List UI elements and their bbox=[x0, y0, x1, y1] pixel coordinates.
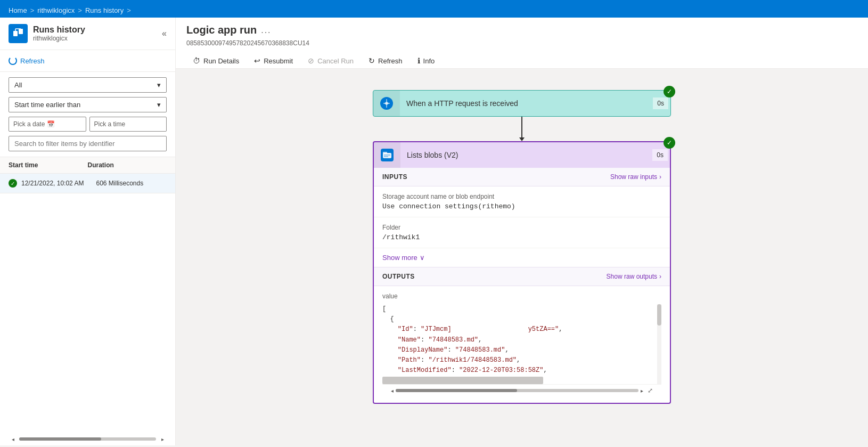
sidebar-app-icon bbox=[9, 24, 28, 43]
sidebar: Runs history rithwiklogicx « Refresh All… bbox=[0, 18, 176, 445]
storage-account-label: Storage account name or blob endpoint bbox=[382, 193, 661, 200]
chevron-right-icon: › bbox=[659, 173, 661, 181]
svg-rect-8 bbox=[383, 152, 387, 154]
breadcrumb-app[interactable]: rithwiklogicx bbox=[37, 6, 75, 14]
col-start-time-header: Start time bbox=[9, 161, 88, 169]
blob-storage-icon bbox=[381, 149, 394, 161]
expand-icon[interactable]: ⤢ bbox=[648, 387, 653, 394]
sidebar-header: Runs history rithwiklogicx « bbox=[0, 18, 175, 50]
scroll-track bbox=[19, 437, 156, 441]
blob-node[interactable]: Lists blobs (V2) 0s ✓ INPUTS Show raw in… bbox=[373, 141, 671, 404]
toolbar-refresh-button[interactable]: ↻ Refresh bbox=[362, 53, 409, 68]
runs-list-header: Start time Duration bbox=[0, 157, 175, 174]
run-id: 085853000974957820245670368838CU14 bbox=[186, 39, 857, 47]
http-node-label: When a HTTP request is received bbox=[400, 93, 653, 114]
scroll-right-icon[interactable]: ▸ bbox=[641, 388, 643, 394]
blob-node-header[interactable]: Lists blobs (V2) 0s bbox=[373, 141, 671, 168]
show-more-button[interactable]: Show more ∨ bbox=[374, 248, 433, 267]
blob-node-success-icon: ✓ bbox=[664, 137, 675, 149]
breadcrumb-runs[interactable]: Runs history bbox=[85, 6, 124, 14]
json-line-8: "Size": 1302 bbox=[382, 377, 543, 384]
toolbar-refresh-label: Refresh bbox=[378, 57, 403, 65]
inputs-section-header: INPUTS Show raw inputs › bbox=[374, 168, 670, 186]
run-status-succeeded-icon: ✓ bbox=[9, 179, 17, 188]
breadcrumb-sep-3: > bbox=[127, 6, 131, 14]
output-horiz-track bbox=[396, 389, 638, 392]
scroll-thumb bbox=[19, 437, 101, 441]
output-scroll-thumb bbox=[657, 304, 661, 326]
run-item[interactable]: ✓ 12/21/2022, 10:02 AM 606 Milliseconds bbox=[0, 174, 175, 193]
resubmit-label: Resubmit bbox=[264, 57, 293, 65]
http-node[interactable]: When a HTTP request is received 0s ✓ bbox=[373, 90, 671, 117]
time-filter-dropdown[interactable]: Start time earlier than ▾ bbox=[9, 97, 167, 112]
json-line-7: "LastModified": "2022-12-20T03:58:58Z", bbox=[382, 365, 651, 376]
output-bottom-bar: ◂ ▸ ⤢ bbox=[382, 384, 661, 396]
sidebar-refresh-section: Refresh bbox=[0, 50, 175, 72]
all-filter-dropdown[interactable]: All ▾ bbox=[9, 77, 167, 93]
json-line-3: "Id": "JTJmcm] y5tZA==", bbox=[382, 324, 651, 335]
search-input[interactable] bbox=[9, 136, 167, 151]
outputs-section: OUTPUTS Show raw outputs › value [ bbox=[374, 267, 670, 403]
outputs-section-title: OUTPUTS bbox=[382, 273, 415, 280]
blob-node-body: INPUTS Show raw inputs › Storage account… bbox=[373, 168, 671, 404]
info-button[interactable]: ℹ Info bbox=[411, 53, 441, 68]
show-raw-inputs-button[interactable]: Show raw inputs › bbox=[610, 173, 661, 181]
json-line-5: "DisplayName": "74848583.md", bbox=[382, 345, 651, 355]
resubmit-icon: ↩ bbox=[254, 56, 260, 65]
output-horiz-thumb bbox=[396, 389, 517, 392]
refresh-icon bbox=[9, 56, 17, 65]
time-placeholder: Pick a time bbox=[94, 120, 126, 128]
inputs-section-title: INPUTS bbox=[382, 173, 407, 181]
date-time-row: Pick a date 📅 Pick a time bbox=[9, 117, 167, 132]
blob-node-icon-area bbox=[374, 142, 400, 168]
show-raw-outputs-button[interactable]: Show raw outputs › bbox=[607, 273, 661, 280]
http-node-icon-area bbox=[373, 91, 400, 116]
more-options-button[interactable]: ... bbox=[261, 26, 271, 35]
json-line-2: { bbox=[382, 314, 651, 324]
time-picker[interactable]: Pick a time bbox=[89, 117, 167, 132]
toolbar-refresh-icon: ↻ bbox=[369, 56, 375, 65]
sidebar-refresh-button[interactable]: Refresh bbox=[9, 54, 45, 67]
blob-node-duration: 0s bbox=[652, 149, 668, 161]
sidebar-title: Runs history bbox=[33, 25, 157, 35]
main-content: Logic app run ... 0858530009749578202456… bbox=[176, 18, 868, 445]
main-header: Logic app run ... 0858530009749578202456… bbox=[176, 18, 868, 69]
folder-field: Folder /rithwik1 bbox=[374, 217, 670, 248]
breadcrumb-sep-1: > bbox=[30, 6, 35, 14]
json-line-4: "Name": "74848583.md", bbox=[382, 335, 651, 345]
run-details-label: Run Details bbox=[203, 57, 239, 65]
show-raw-outputs-label: Show raw outputs bbox=[607, 273, 657, 280]
chevron-down-icon: ∨ bbox=[420, 254, 425, 262]
resubmit-button[interactable]: ↩ Resubmit bbox=[248, 53, 299, 68]
breadcrumb-home[interactable]: Home bbox=[9, 6, 27, 14]
run-details-button[interactable]: ⏱ Run Details bbox=[186, 53, 245, 68]
outputs-chevron-right-icon: › bbox=[659, 273, 661, 280]
date-picker[interactable]: Pick a date 📅 bbox=[9, 117, 86, 132]
breadcrumb-bar: Home > rithwiklogicx > Runs history > bbox=[0, 3, 868, 18]
scroll-left-arrow[interactable]: ◂ bbox=[9, 435, 17, 443]
json-line-1: [ bbox=[382, 304, 651, 314]
sidebar-collapse-button[interactable]: « bbox=[162, 29, 167, 38]
cancel-icon: ⊘ bbox=[308, 56, 314, 65]
output-horizontal-scroll[interactable]: ◂ ▸ bbox=[391, 388, 643, 394]
output-json-content: [ { "Id": "JTJmcm] y5tZA==", "Name": "74… bbox=[382, 304, 661, 384]
svg-rect-0 bbox=[13, 31, 18, 36]
scroll-right-arrow[interactable]: ▸ bbox=[158, 435, 167, 443]
value-label: value bbox=[382, 292, 661, 300]
main-toolbar: ⏱ Run Details ↩ Resubmit ⊘ Cancel Run ↻ … bbox=[186, 51, 857, 68]
outputs-body: value [ { "Id": "JTJmcm] y5tZA==", "Name… bbox=[374, 286, 670, 403]
folder-value: /rithwik1 bbox=[382, 233, 661, 241]
http-node-success-icon: ✓ bbox=[664, 86, 675, 97]
cancel-run-button[interactable]: ⊘ Cancel Run bbox=[301, 53, 360, 68]
run-duration: 606 Milliseconds bbox=[96, 180, 167, 187]
horizontal-scrollbar[interactable]: ◂ ▸ bbox=[0, 433, 175, 445]
http-node-card[interactable]: When a HTTP request is received 0s bbox=[373, 90, 671, 117]
output-vertical-scrollbar[interactable] bbox=[657, 304, 661, 384]
sidebar-refresh-label: Refresh bbox=[20, 57, 45, 65]
breadcrumb-sep-2: > bbox=[78, 6, 82, 14]
show-raw-inputs-label: Show raw inputs bbox=[610, 173, 657, 181]
workflow-connector bbox=[521, 117, 522, 138]
date-placeholder: Pick a date bbox=[13, 120, 45, 128]
sidebar-filters: All ▾ Start time earlier than ▾ Pick a d… bbox=[0, 72, 175, 157]
scroll-left-icon[interactable]: ◂ bbox=[391, 388, 394, 394]
